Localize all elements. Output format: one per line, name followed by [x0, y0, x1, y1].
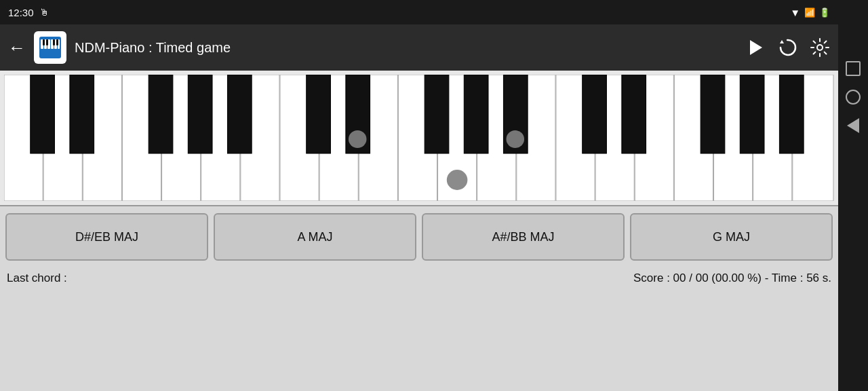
- svg-point-52: [447, 170, 468, 190]
- svg-rect-48: [740, 75, 764, 153]
- piano-svg[interactable]: .wk { fill: white; stroke: #aaa; stroke-…: [4, 75, 834, 201]
- play-button[interactable]: [745, 37, 765, 58]
- wifi-icon: ▼: [790, 7, 800, 18]
- svg-rect-45: [583, 75, 607, 153]
- sim-icon: 🖱: [39, 7, 49, 18]
- back-button[interactable]: ←: [8, 37, 26, 58]
- svg-rect-9: [53, 39, 55, 45]
- svg-rect-7: [43, 39, 45, 45]
- status-bar: 12:30 🖱 ▼ 📶 🔋: [0, 0, 838, 24]
- svg-rect-38: [188, 75, 212, 153]
- back-nav-icon[interactable]: [847, 118, 859, 133]
- svg-rect-39: [227, 75, 252, 153]
- svg-rect-47: [701, 75, 725, 153]
- settings-button[interactable]: [810, 37, 830, 58]
- svg-point-51: [507, 130, 525, 148]
- piano-wrapper: .wk { fill: white; stroke: #aaa; stroke-…: [4, 75, 834, 201]
- home-icon[interactable]: [846, 90, 861, 105]
- time-display: 12:30: [8, 7, 34, 18]
- svg-rect-8: [46, 39, 48, 45]
- chord-button-2[interactable]: A MAJ: [214, 213, 416, 261]
- svg-rect-49: [779, 75, 804, 153]
- replay-button[interactable]: [777, 37, 797, 58]
- score-text: Score : 00 / 00 (00.00 %) - Time : 56 s.: [633, 272, 831, 285]
- right-sidebar: [838, 0, 868, 391]
- svg-marker-12: [780, 40, 784, 43]
- chord-buttons: D#/EB MAJ A MAJ A#/BB MAJ G MAJ: [0, 206, 838, 267]
- chord-button-1[interactable]: D#/EB MAJ: [5, 213, 208, 261]
- app-title: NDM-Piano : Timed game: [75, 40, 736, 56]
- svg-rect-43: [464, 75, 488, 153]
- svg-rect-10: [56, 39, 58, 45]
- signal-icon: 📶: [804, 7, 815, 18]
- svg-rect-42: [425, 75, 449, 153]
- chord-button-4[interactable]: G MAJ: [630, 213, 833, 261]
- recent-apps-icon[interactable]: [846, 61, 861, 76]
- svg-rect-40: [307, 75, 331, 153]
- chord-button-3[interactable]: A#/BB MAJ: [422, 213, 625, 261]
- svg-point-50: [349, 130, 367, 148]
- last-chord-label: Last chord :: [7, 272, 67, 285]
- svg-rect-37: [149, 75, 173, 153]
- svg-rect-36: [70, 75, 94, 153]
- svg-point-13: [817, 45, 823, 50]
- top-actions: [745, 37, 830, 58]
- svg-rect-46: [622, 75, 646, 153]
- svg-marker-11: [750, 40, 762, 55]
- info-bar: Last chord : Score : 00 / 00 (00.00 %) -…: [0, 267, 838, 289]
- app-icon: [34, 31, 66, 64]
- top-bar: ← NDM-Piano : Timed game: [0, 24, 838, 71]
- piano-container: .wk { fill: white; stroke: #aaa; stroke-…: [0, 71, 838, 206]
- battery-icon: 🔋: [819, 7, 830, 18]
- svg-rect-35: [31, 75, 55, 153]
